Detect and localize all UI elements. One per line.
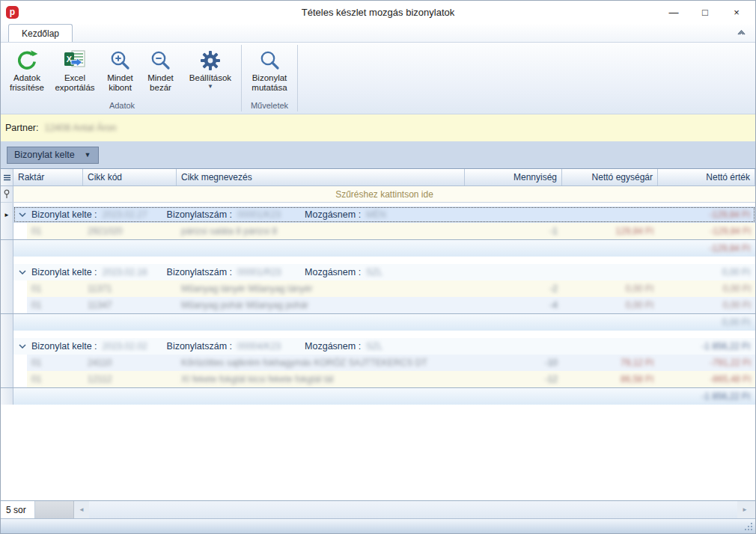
expand-all-button[interactable]: Mindet kibont (100, 46, 141, 93)
scroll-right-button[interactable]: ► (737, 501, 752, 518)
ribbon-group-label-muveletek: Műveletek (243, 101, 296, 114)
settings-button[interactable]: Beállítások ▼ (180, 46, 240, 90)
resize-grip-icon[interactable] (751, 529, 752, 530)
column-header-netto-ertek[interactable]: Nettó érték (658, 169, 755, 185)
zoom-plus-icon (109, 48, 131, 73)
row-indicator (1, 314, 13, 331)
group-header-total: -1 856,22 Ft (701, 341, 755, 352)
filter-hint[interactable]: Szűréshez kattintson ide (13, 186, 755, 202)
cell-value: XI fekete fokgtál kicsi fekete fokgtál t… (181, 374, 333, 384)
cell: 11347 (83, 297, 177, 313)
column-header-raktar[interactable]: Raktár (13, 169, 83, 185)
group-label-type: Mozgásnem : (305, 209, 361, 220)
group-value-number: 00001/K23 (237, 209, 293, 220)
show-document-button[interactable]: Bizonylat mutatása (243, 46, 296, 93)
cell: 11371 (83, 280, 177, 297)
tab-kezdolap[interactable]: Kezdőlap (8, 24, 73, 42)
row-count: 5 sor (1, 501, 35, 518)
cell-value: 79,12 Ft (621, 357, 653, 368)
cell: 2921020 (83, 223, 177, 239)
row-indicator (1, 338, 13, 355)
group-total: 0,00 Ft (722, 317, 755, 328)
group-footer-row: -1 856,22 Ft (1, 387, 755, 405)
group-header-row[interactable]: Bizonylat kelte :2023.02.02Bizonylatszám… (1, 338, 755, 355)
refresh-icon (16, 48, 38, 73)
chevron-down-icon[interactable] (19, 212, 26, 217)
cell: párizsi saláta 8 párizsi 8 (177, 223, 465, 239)
cell: Műanyag tányér Műanyag tányér (177, 280, 465, 297)
cell: -791,22 Ft (658, 355, 755, 371)
cell: -129,84 Ft (658, 223, 755, 239)
row-indicator: ► (1, 206, 13, 223)
group-header-row[interactable]: ►Bizonylat kelte :2023.02.27Bizonylatszá… (1, 206, 755, 223)
group-gap (1, 331, 755, 338)
cell-value: 01 (31, 226, 41, 236)
refresh-data-button[interactable]: Adatok frissítése (4, 46, 50, 93)
filter-row[interactable]: Szűréshez kattintson ide (1, 186, 755, 203)
cell-value: 11371 (88, 283, 112, 294)
cell: 01 (27, 280, 83, 297)
group-footer-row: 0,00 Ft (1, 313, 755, 331)
table-row[interactable]: 0111347Műanyag pohár Műanyag pohár-40,00… (1, 297, 755, 313)
group-value-number: 00001/R23 (237, 267, 293, 277)
cell-value: -791,22 Ft (710, 357, 751, 368)
chevron-down-icon[interactable] (19, 270, 26, 274)
group-total: -1 856,22 Ft (701, 391, 755, 402)
table-row[interactable]: 0124110Kőrözöttes sajtkrém fokhagymás KO… (1, 355, 755, 371)
button-label: Beállítások (189, 73, 231, 83)
cell: XI fekete fokgtál kicsi fekete fokgtál t… (177, 371, 465, 387)
group-header-content: Bizonylat kelte :2023.02.16Bizonylatszám… (13, 264, 755, 280)
group-label-number: Bizonylatszám : (167, 267, 233, 277)
title-bar: p Tételes készlet mozgás bizonylatok — □… (1, 1, 755, 23)
row-indicator (1, 355, 13, 371)
table-row[interactable]: 0111371Műanyag tányér Műanyag tányér-20,… (1, 280, 755, 297)
cell: -1 (465, 223, 562, 239)
group-label-date: Bizonylat kelte : (31, 267, 97, 277)
button-label: Mindet (107, 73, 133, 83)
maximize-button[interactable]: □ (689, 1, 721, 22)
group-value-number: 00004/K23 (237, 341, 293, 352)
row-indicator (1, 297, 13, 313)
column-header-mennyiseg[interactable]: Mennyiség (465, 169, 562, 185)
dropdown-arrow-icon: ▼ (207, 83, 213, 90)
column-header-cikk-megnevezes[interactable]: Cikk megnevezés (177, 169, 465, 185)
column-header-cikk-kod[interactable]: Cikk kód (83, 169, 177, 185)
group-gap (1, 257, 755, 264)
scrollbar-row: 5 sor ◄ ► (1, 500, 755, 518)
collapse-all-button[interactable]: Mindet bezár (141, 46, 180, 93)
ribbon-collapse-icon[interactable] (737, 27, 746, 37)
group-by-chip[interactable]: Bizonylat kelte ▼ (7, 147, 99, 164)
tab-strip: Kezdőlap (1, 23, 755, 43)
table-row[interactable]: 0112112XI fekete fokgtál kicsi fekete fo… (1, 371, 755, 387)
scrollbar-end-pad (752, 501, 755, 518)
cell: 24110 (83, 355, 177, 371)
group-by-panel: Bizonylat kelte ▼ (1, 141, 755, 169)
cell: 0,00 Ft (658, 280, 755, 297)
chevron-down-icon[interactable] (19, 344, 26, 349)
cell: 79,12 Ft (562, 355, 658, 371)
close-button[interactable]: × (721, 1, 752, 22)
group-header-total: -129,84 Ft (709, 209, 755, 220)
button-label: mutatása (252, 83, 287, 93)
header-indicator-cell[interactable] (1, 169, 13, 185)
group-value-type: SZL (366, 267, 400, 277)
scrollbar-track[interactable] (89, 501, 737, 518)
button-label: Excel (64, 73, 85, 83)
cell-value: -2 (549, 283, 558, 294)
scroll-left-button[interactable]: ◄ (74, 501, 89, 518)
cell-value: 0,00 Ft (626, 300, 653, 310)
column-header-netto-egysegar[interactable]: Nettó egységár (562, 169, 658, 185)
group-footer-content: -129,84 Ft (13, 240, 755, 257)
window-title: Tételes készlet mozgás bizonylatok (91, 7, 665, 18)
table-row[interactable]: 012921020párizsi saláta 8 párizsi 8-1129… (1, 223, 755, 239)
excel-export-button[interactable]: X Excel exportálás (50, 46, 100, 93)
ribbon-separator (241, 45, 242, 111)
group-label-number: Bizonylatszám : (167, 209, 233, 220)
cell: 0,00 Ft (562, 297, 658, 313)
group-header-row[interactable]: Bizonylat kelte :2023.02.16Bizonylatszám… (1, 264, 755, 280)
pin-icon (3, 189, 10, 199)
group-indent (13, 223, 27, 239)
cell: Műanyag pohár Műanyag pohár (177, 297, 465, 313)
cell-value: 2921020 (88, 226, 123, 236)
cell: -865,48 Ft (658, 371, 755, 387)
